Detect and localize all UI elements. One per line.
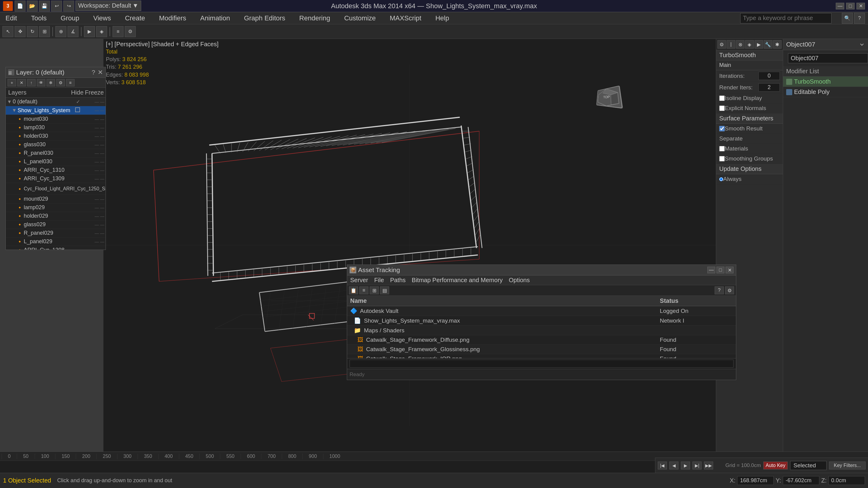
main-section[interactable]: Main [716,61,783,70]
layer-item-lpanel030[interactable]: 🔸 L_panel030 — — [6,158,105,166]
layer-new-btn[interactable]: + [8,79,16,86]
layer-hide-all-btn[interactable]: 👁 [37,79,45,86]
layer-item-lamp030[interactable]: 🔸 lamp030 — — [6,124,105,132]
asset-btn1[interactable]: 📋 [349,286,358,294]
layer-item-holder030[interactable]: 🔸 holder030 — — [6,132,105,140]
snap-btn[interactable]: ⊕ [55,26,66,37]
select-btn[interactable]: ↖ [2,26,13,37]
y-field[interactable] [783,476,819,485]
render-iters-input[interactable] [758,83,780,92]
prop-tab6[interactable]: 🔧 [764,40,772,48]
viewport[interactable]: [+] [Perspective] [Shaded + Edged Faces]… [103,39,716,452]
layer-item-mount029[interactable]: 🔸 mount029 — — [6,195,105,203]
minimize-btn[interactable]: — [836,3,844,9]
asset-menu-options[interactable]: Options [509,277,530,284]
layer-panel-close[interactable]: ✕ [98,69,103,76]
iterations-input[interactable] [758,72,780,80]
toolbar-icons[interactable]: 📄 📂 💾 ↩ ↪ Workspace: Default ▼ [14,1,141,11]
x-field[interactable] [737,476,774,485]
layer-item-cyc030[interactable]: 🔸 Cyc_Flood_Light_ARRI_Cyc_1250_Single03… [6,183,105,195]
modifier-editable-poly[interactable]: Editable Poly [783,87,868,97]
menu-tools[interactable]: Tools [29,13,49,24]
play-btn[interactable]: ▶ [681,461,690,469]
menu-views[interactable]: Views [91,13,113,24]
asset-btn3[interactable]: ⊞ [370,286,379,294]
key-filters-btn[interactable]: Key Filters... [829,461,866,469]
object-name-input[interactable] [788,53,868,63]
asset-menu-paths[interactable]: Paths [390,277,406,284]
prev-frame-btn[interactable]: ◀ [669,461,678,469]
object-props-btn[interactable]: ⚙ [125,26,136,37]
asset-settings-btn[interactable]: ⚙ [725,286,734,294]
prop-tab2[interactable]: | [726,40,735,48]
always-radio[interactable] [719,177,723,181]
layer-item-lamp029[interactable]: 🔸 lamp029 — — [6,203,105,212]
layer-item-arri1308[interactable]: 🔸 ARRI_Cyc_1308 — — [6,246,105,250]
menu-edit[interactable]: Edit [3,13,20,24]
z-field[interactable] [829,476,865,485]
modifier-turbosmooth[interactable]: TurboSmooth [783,77,868,87]
asset-menu-file[interactable]: File [374,277,384,284]
menu-rendering[interactable]: Rendering [297,13,333,24]
layer-item-glass029[interactable]: 🔸 glass029 — — [6,221,105,229]
layer-item-lpanel029[interactable]: 🔸 L_panel029 — — [6,237,105,246]
asset-row-maps[interactable]: 📁 Maps / Shaders [347,326,736,335]
layer-item-arri1309[interactable]: 🔸 ARRI_Cyc_1309 — — [6,174,105,183]
new-btn[interactable]: 📄 [14,1,26,11]
layer-item-show-lights[interactable]: ▼ Show_Lights_System — — [6,106,105,115]
selected-dropdown[interactable]: Selected [790,461,827,470]
prop-tab4[interactable]: ◈ [745,40,754,48]
global-search[interactable] [740,13,832,24]
menu-create[interactable]: Create [123,13,148,24]
asset-minimize-btn[interactable]: — [707,267,715,273]
open-btn[interactable]: 📂 [27,1,38,11]
layer-item-arri1310[interactable]: 🔸 ARRI_Cyc_1310 — — [6,166,105,174]
asset-row-fw-gloss[interactable]: 🖼 Catwalk_Stage_Framework_Glossiness.png… [347,345,736,354]
layer-item-mount030[interactable]: 🔸 mount030 — — [6,115,105,124]
layer-props-btn[interactable]: ≡ [66,79,74,86]
asset-help-btn[interactable]: ? [715,286,724,294]
asset-row-main-file[interactable]: 📄 Show_Lights_System_max_vray.max Networ… [347,316,736,326]
workspace-dropdown[interactable]: Workspace: Default ▼ [75,1,141,11]
close-btn[interactable]: ✕ [857,3,865,9]
asset-row-fw-diff[interactable]: 🖼 Catwalk_Stage_Framework_Diffuse.png Fo… [347,335,736,345]
layer-panel-help[interactable]: ? [92,69,95,76]
asset-menu-bitmap-perf[interactable]: Bitmap Performance and Memory [412,277,503,284]
layer-item-glass030[interactable]: 🔸 glass030 — — [6,140,105,149]
asset-close-btn[interactable]: ✕ [725,267,734,273]
search-btn[interactable]: 🔍 [842,13,853,24]
prop-tab3[interactable]: ⊗ [736,40,744,48]
prev-key-btn[interactable]: |◀ [658,461,667,469]
smooth-result-checkbox[interactable] [719,126,725,131]
layer-freeze-all-btn[interactable]: ❄ [46,79,55,86]
materials-checkbox[interactable] [719,146,725,152]
explicit-normals-checkbox[interactable] [719,105,725,111]
next-frame-btn[interactable]: ▶| [692,461,702,469]
navigation-cube[interactable]: TOP [594,88,625,118]
move-btn[interactable]: ✥ [14,26,26,37]
help-btn[interactable]: ? [854,13,865,24]
menu-group[interactable]: Group [58,13,82,24]
prop-tab5[interactable]: ▶ [754,40,763,48]
prop-tab7[interactable]: ✱ [773,40,782,48]
layer-item-rpanel030[interactable]: 🔸 R_panel030 — — [6,149,105,158]
smoothing-groups-checkbox[interactable] [719,156,725,161]
menu-graph-editors[interactable]: Graph Editors [242,13,288,24]
autokey-btn[interactable]: Auto Key [763,461,788,469]
update-options-section[interactable]: Update Options [716,164,783,174]
layer-item-rpanel029[interactable]: 🔸 R_panel029 — — [6,229,105,237]
asset-menu-server[interactable]: Server [350,277,368,284]
layer-select-btn[interactable]: ↑ [27,79,36,86]
angle-snap-btn[interactable]: ∡ [67,26,79,37]
redo-btn[interactable]: ↪ [63,1,74,11]
asset-btn4[interactable]: ▤ [380,286,389,294]
menu-help[interactable]: Help [433,13,452,24]
undo-btn[interactable]: ↩ [51,1,62,11]
layer-item-holder029[interactable]: 🔸 holder029 — — [6,212,105,221]
save-btn[interactable]: 💾 [39,1,50,11]
layer-delete-btn[interactable]: ✕ [17,79,26,86]
surface-params-section[interactable]: Surface Parameters [716,113,783,124]
asset-btn2[interactable]: ≡ [359,286,368,294]
menu-animation[interactable]: Animation [198,13,232,24]
col-name[interactable]: Name [347,296,657,306]
